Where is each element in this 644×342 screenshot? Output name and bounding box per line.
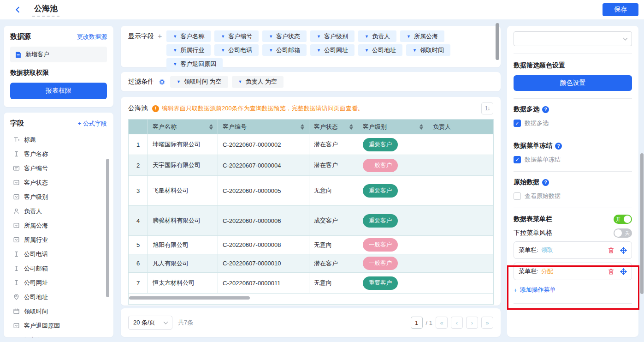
help-icon[interactable]: ? xyxy=(542,106,549,113)
filter-tag[interactable]: ▼负责人 为空 xyxy=(232,76,284,88)
fields-scrollbar[interactable] xyxy=(106,159,109,297)
field-item[interactable]: 所属公海 xyxy=(10,218,107,233)
select-icon xyxy=(13,222,20,229)
table-header-cell[interactable]: 客户状态 xyxy=(309,120,358,134)
field-item-label: 公司电话 xyxy=(24,250,48,258)
display-field-tag[interactable]: ▼公司邮箱 xyxy=(262,44,307,56)
display-field-tag[interactable]: ▼公司电话 xyxy=(214,44,259,56)
add-menu-link[interactable]: + 添加操作菜单 xyxy=(514,286,632,294)
trash-icon[interactable] xyxy=(608,268,614,275)
display-field-tag[interactable]: ▼所属行业 xyxy=(166,44,211,56)
freeze-checkbox[interactable]: ✓ 数据菜单冻结 xyxy=(514,156,632,164)
add-display-field-icon[interactable]: + xyxy=(158,32,162,41)
add-formula-field-link[interactable]: + 公式字段 xyxy=(78,120,107,128)
field-item[interactable]: 公司地址 xyxy=(10,290,107,304)
field-item[interactable]: 标题 xyxy=(10,132,107,147)
page-size-select[interactable]: 20 条/页 xyxy=(128,316,172,330)
trash-icon[interactable] xyxy=(608,247,614,254)
sort-order-icon[interactable]: 1↓ xyxy=(481,102,493,114)
sort-icon[interactable] xyxy=(419,122,423,132)
display-field-tag[interactable]: ▼客户编号 xyxy=(214,30,259,42)
display-field-tag[interactable]: ▼领取时间 xyxy=(406,44,450,56)
current-page-input[interactable]: 1 xyxy=(411,317,423,329)
chevron-down-icon: ▼ xyxy=(173,34,177,39)
table-row[interactable]: 1 坤曜国际有限公司 C-20220607-0000002 潜在客户 重要客户 xyxy=(129,134,494,155)
table-header-cell[interactable]: 客户编号 xyxy=(218,120,309,134)
display-field-tag[interactable]: ▼客户级别 xyxy=(310,30,354,42)
cell-code: C-20220607-0000010 xyxy=(218,254,309,273)
change-datasource-link[interactable]: 更改数据源 xyxy=(77,33,107,41)
display-field-tag[interactable]: ▼客户名称 xyxy=(166,30,211,42)
next-page-button[interactable]: › xyxy=(466,317,478,329)
cell-name: 坤曜国际有限公司 xyxy=(148,134,218,155)
datasource-item[interactable]: 新增客户 xyxy=(10,47,107,62)
table-header-cell[interactable]: 客户名称 xyxy=(148,120,218,134)
display-field-tag[interactable]: ▼客户状态 xyxy=(262,30,307,42)
field-item[interactable]: 客户状态 xyxy=(10,175,107,190)
settings-select[interactable] xyxy=(514,31,632,46)
table-row[interactable]: 5 旭阳有限公司 C-20220607-0000008 无意向 一般客户 xyxy=(129,236,494,254)
prev-page-button[interactable]: ‹ xyxy=(451,317,463,329)
gear-icon[interactable] xyxy=(159,78,165,85)
menubar-item[interactable]: 菜单栏: 分配 xyxy=(514,263,632,280)
color-settings-button[interactable]: 颜色设置 xyxy=(514,75,632,91)
first-page-button[interactable]: « xyxy=(436,317,448,329)
table-row[interactable]: 6 凡人有限公司 C-20220607-0000010 潜在客户 一般客户 xyxy=(129,254,494,273)
select-icon xyxy=(13,193,20,200)
menubar-toggle[interactable]: 开 xyxy=(614,215,632,224)
field-item[interactable]: 提交人 xyxy=(10,333,107,337)
table-row[interactable]: 3 飞星材料公司 C-20220607-0000005 无意向 重要客户 xyxy=(129,176,494,206)
filter-tag[interactable]: ▼领取时间 为空 xyxy=(170,76,228,88)
display-field-tag[interactable]: ▼客户退回原因 xyxy=(166,58,223,70)
display-tag-row: ▼客户退回原因 xyxy=(166,58,450,70)
display-field-tag[interactable]: ▼公司网址 xyxy=(310,44,354,56)
row-index: 6 xyxy=(129,254,148,273)
move-icon[interactable] xyxy=(620,247,627,254)
raw-data-checkbox[interactable]: 查看原始数据 xyxy=(514,192,632,200)
field-item[interactable]: 客户级别 xyxy=(10,190,107,204)
level-badge: 一般客户 xyxy=(363,159,398,172)
save-button[interactable]: 保存 xyxy=(603,3,638,16)
back-icon[interactable] xyxy=(12,4,24,16)
sort-icon[interactable] xyxy=(209,122,213,132)
chevron-down-icon: ▼ xyxy=(173,48,177,53)
table-row[interactable]: 7 恒太方材料公司 C-20220607-0000011 无意向 重要客户 xyxy=(129,273,494,294)
cell-owner xyxy=(428,134,494,155)
number-icon xyxy=(13,165,20,172)
sort-icon[interactable] xyxy=(349,122,353,132)
cell-owner xyxy=(428,273,494,294)
table-horizontal-scrollbar[interactable] xyxy=(129,296,250,300)
table-header-cell[interactable]: 客户级别 xyxy=(358,120,428,134)
level-badge: 重要客户 xyxy=(363,276,398,290)
page-title[interactable]: 公海池 xyxy=(32,3,59,17)
move-icon[interactable] xyxy=(620,268,627,275)
freeze-title: 数据菜单冻结 xyxy=(514,142,552,150)
report-permission-button[interactable]: 报表权限 xyxy=(10,83,107,99)
field-item[interactable]: 客户名称 xyxy=(10,147,107,161)
dropdown-style-toggle[interactable]: 关 xyxy=(614,228,632,238)
sort-icon[interactable] xyxy=(301,122,304,132)
menubar-item[interactable]: 菜单栏: 领取 xyxy=(514,241,632,259)
right-panel-scrollbar[interactable] xyxy=(640,153,644,294)
field-item[interactable]: 领取时间 xyxy=(10,304,107,318)
multi-select-checkbox[interactable]: ✓ 数据多选 xyxy=(514,119,632,127)
filter-label: 过滤条件 xyxy=(128,78,154,86)
display-field-tag[interactable]: ▼公司地址 xyxy=(358,44,402,56)
last-page-button[interactable]: » xyxy=(481,317,493,329)
field-item[interactable]: 客户编号 xyxy=(10,161,107,175)
field-item[interactable]: 公司网址 xyxy=(10,276,107,290)
help-icon[interactable]: ? xyxy=(555,143,562,150)
middle-panel-scrollbar[interactable] xyxy=(496,23,499,60)
field-item[interactable]: 客户退回原因 xyxy=(10,318,107,333)
datasource-item-label: 新增客户 xyxy=(25,50,49,59)
field-item[interactable]: 所属行业 xyxy=(10,233,107,247)
field-item[interactable]: 公司电话 xyxy=(10,247,107,261)
display-field-tag[interactable]: ▼所属公海 xyxy=(400,30,444,42)
table-row[interactable]: 4 腾骏材料有限公司 C-20220607-0000006 成交客户 重要客户 xyxy=(129,206,494,236)
table-row[interactable]: 2 天宇国际有限公司 C-20220607-0000004 潜在客户 一般客户 xyxy=(129,155,494,176)
table-head: 客户名称客户编号客户状态客户级别负责人 xyxy=(129,120,494,134)
display-field-tag[interactable]: ▼负责人 xyxy=(358,30,396,42)
field-item[interactable]: 负责人 xyxy=(10,204,107,218)
help-icon[interactable]: ? xyxy=(542,179,549,186)
field-item[interactable]: 公司邮箱 xyxy=(10,261,107,276)
